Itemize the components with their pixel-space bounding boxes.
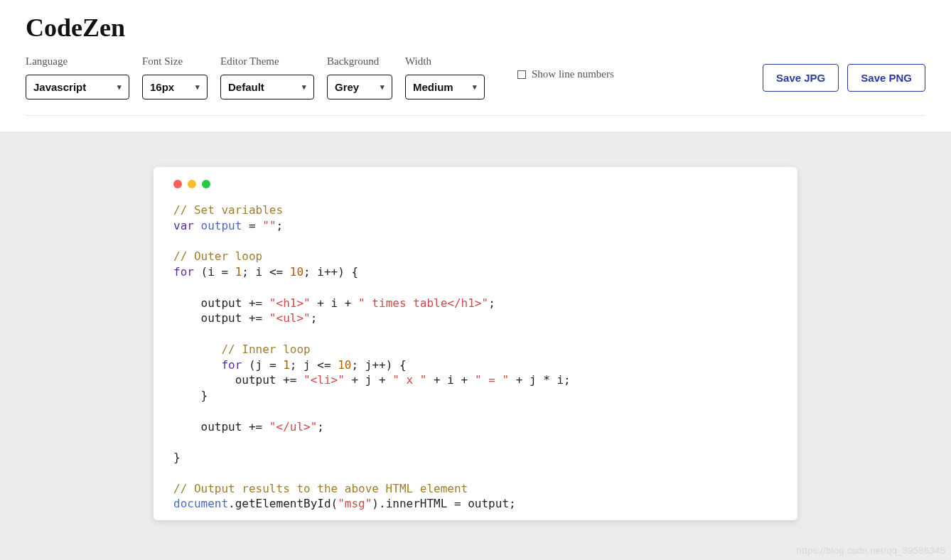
background-value: Grey — [335, 81, 359, 93]
background-select[interactable]: Grey ▾ — [327, 75, 392, 99]
linenumbers-checkbox[interactable]: Show line numbers — [517, 68, 614, 80]
chevron-down-icon: ▾ — [380, 82, 385, 92]
editor-frame: // Set variables var output = ""; // Out… — [154, 167, 797, 520]
chevron-down-icon: ▾ — [117, 82, 122, 92]
language-control: Language Javascript ▾ — [26, 55, 129, 99]
chevron-down-icon: ▾ — [195, 82, 200, 92]
fontsize-label: Font Size — [142, 55, 208, 68]
linenumbers-label: Show line numbers — [532, 68, 614, 80]
fontsize-value: 16px — [150, 81, 174, 93]
window-zoom-icon — [202, 180, 210, 188]
language-label: Language — [26, 55, 129, 68]
width-select[interactable]: Medium ▾ — [405, 75, 485, 99]
save-buttons: Save JPG Save PNG — [763, 64, 925, 92]
editor-stage: // Set variables var output = ""; // Out… — [0, 131, 951, 560]
chevron-down-icon: ▾ — [473, 82, 477, 92]
language-select[interactable]: Javascript ▾ — [26, 75, 129, 99]
app-title: CodeZen — [26, 13, 925, 43]
language-value: Javascript — [33, 81, 86, 93]
save-jpg-button[interactable]: Save JPG — [763, 64, 839, 92]
background-control: Background Grey ▾ — [327, 55, 392, 99]
background-label: Background — [327, 55, 392, 68]
window-close-icon — [173, 180, 182, 188]
checkbox-icon — [517, 70, 526, 79]
theme-label: Editor Theme — [220, 55, 314, 68]
fontsize-control: Font Size 16px ▾ — [142, 55, 208, 99]
fontsize-select[interactable]: 16px ▾ — [142, 75, 208, 99]
width-label: Width — [405, 55, 485, 68]
watermark: https://blog.csdn.net/qq_39586345 — [797, 545, 945, 556]
theme-value: Default — [228, 81, 264, 93]
chevron-down-icon: ▾ — [302, 82, 306, 92]
width-value: Medium — [413, 81, 453, 93]
save-png-button[interactable]: Save PNG — [847, 64, 925, 92]
window-minimize-icon — [188, 180, 196, 188]
window-controls — [173, 180, 778, 188]
theme-control: Editor Theme Default ▾ — [220, 55, 314, 99]
code-editor[interactable]: // Set variables var output = ""; // Out… — [173, 203, 778, 512]
theme-select[interactable]: Default ▾ — [220, 75, 314, 99]
width-control: Width Medium ▾ — [405, 55, 485, 99]
toolbar: Language Javascript ▾ Font Size 16px ▾ E… — [26, 55, 925, 116]
